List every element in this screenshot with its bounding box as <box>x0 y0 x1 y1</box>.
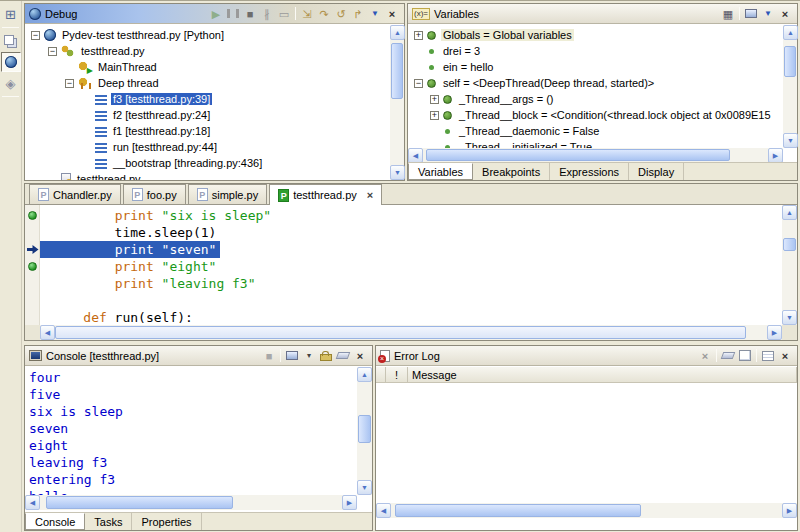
terminate-icon[interactable]: ■ <box>263 349 275 363</box>
scroll-down-button[interactable]: ▼ <box>390 165 405 180</box>
remove-terminated-icon[interactable]: ▭ <box>278 7 290 21</box>
scroll-right-button[interactable]: ▶ <box>342 495 357 510</box>
scrollbar-thumb[interactable] <box>46 496 233 509</box>
step-over-icon[interactable]: ↷ <box>318 7 330 21</box>
breakpoint-icon[interactable] <box>28 262 37 271</box>
clear-console-icon[interactable] <box>336 352 351 359</box>
scroll-left-button[interactable]: ◀ <box>408 148 423 163</box>
editor-horizontal-scrollbar[interactable]: ◀ ▶ <box>40 325 782 340</box>
tree-expander-icon[interactable]: + <box>414 31 423 40</box>
close-icon[interactable]: × <box>779 7 791 21</box>
error-log-table-body[interactable] <box>376 383 797 503</box>
scrollbar-thumb[interactable] <box>358 415 371 442</box>
code-line[interactable]: time.sleep(1) <box>25 224 782 241</box>
code-text[interactable]: print "eight" <box>40 258 216 275</box>
tree-expander-icon[interactable]: − <box>48 47 57 56</box>
scroll-left-button[interactable]: ◀ <box>25 495 40 510</box>
error-log-horizontal-scrollbar[interactable]: ◀ ▶ <box>376 503 797 518</box>
variable-tree-item[interactable]: ein = hello <box>408 59 783 75</box>
code-text[interactable]: print "seven" <box>40 241 220 258</box>
console-vertical-scrollbar[interactable]: ▲ ▼ <box>357 367 372 495</box>
scrollbar-track[interactable] <box>782 220 797 310</box>
scrollbar-thumb[interactable] <box>395 504 641 517</box>
variable-tree-item[interactable]: drei = 3 <box>408 43 783 59</box>
tree-expander-icon[interactable]: − <box>65 79 74 88</box>
column-header-message[interactable]: Message <box>408 367 797 382</box>
tab-console[interactable]: Console <box>25 513 85 530</box>
scrollbar-thumb[interactable] <box>55 326 746 339</box>
scroll-left-button[interactable]: ◀ <box>40 325 55 340</box>
close-icon[interactable]: × <box>354 349 366 363</box>
editor-tab-foo-py[interactable]: Pfoo.py <box>123 184 186 204</box>
scroll-left-button[interactable]: ◀ <box>376 503 391 518</box>
tab-tasks[interactable]: Tasks <box>85 513 132 530</box>
scroll-down-button[interactable]: ▼ <box>357 480 372 495</box>
open-perspective-icon[interactable]: ⊞ <box>1 4 21 24</box>
debug-vertical-scrollbar[interactable]: ▲ ▼ <box>390 25 404 180</box>
scrollbar-track[interactable] <box>423 148 768 162</box>
variables-horizontal-scrollbar[interactable]: ◀ ▶ <box>408 148 783 162</box>
tab-variables[interactable]: Variables <box>408 163 473 180</box>
step-into-icon[interactable]: ⇲ <box>301 7 313 21</box>
code-text[interactable]: print "leaving f3" <box>40 275 256 292</box>
show-type-names-icon[interactable]: ▦ <box>722 7 734 21</box>
view-menu-icon[interactable]: ▼ <box>369 7 381 21</box>
plugin-perspective-icon[interactable]: ◈ <box>1 73 21 93</box>
scrollbar-track[interactable] <box>783 40 797 133</box>
delete-log-icon[interactable]: × <box>699 349 711 363</box>
debug-tree-item[interactable]: f2 [testthread.py:24] <box>25 107 390 123</box>
scroll-right-button[interactable]: ▶ <box>767 325 782 340</box>
variable-tree-item[interactable]: _Thread__daemonic = False <box>408 123 783 139</box>
scrollbar-track[interactable] <box>55 325 767 340</box>
resource-perspective-icon[interactable] <box>1 31 21 51</box>
close-icon[interactable]: × <box>367 189 373 201</box>
tree-expander-icon[interactable]: + <box>430 111 439 120</box>
debug-tree-item[interactable]: −Pydev-test testthread.py [Python] <box>25 27 390 43</box>
tree-expander-icon[interactable]: − <box>414 79 423 88</box>
disconnect-icon[interactable]: ∦ <box>261 7 273 21</box>
scroll-down-button[interactable]: ▼ <box>783 133 798 148</box>
debug-tree-item[interactable]: f3 [testthread.py:39] <box>25 91 390 107</box>
debug-tree-item[interactable]: testthread.py <box>25 171 390 180</box>
editor-text-area[interactable]: print "six is sleep" time.sleep(1) print… <box>25 205 782 325</box>
editor-tab-testthread-py[interactable]: Ptestthread.py× <box>269 184 382 205</box>
code-line[interactable]: print "eight" <box>25 258 782 275</box>
scroll-lock-icon[interactable] <box>320 354 332 361</box>
code-line[interactable]: def run(self): <box>25 309 782 325</box>
code-line[interactable]: print "six is sleep" <box>25 207 782 224</box>
gutter-cell[interactable] <box>25 211 40 220</box>
debug-tree-item[interactable]: MainThread <box>25 59 390 75</box>
breakpoint-icon[interactable] <box>28 211 37 220</box>
debug-tree-item[interactable]: run [testthread.py:44] <box>25 139 390 155</box>
console-menu-icon[interactable]: ▾ <box>303 349 315 363</box>
scroll-up-button[interactable]: ▲ <box>357 367 372 382</box>
close-icon[interactable]: × <box>779 349 791 363</box>
column-header-severity[interactable]: ! <box>386 367 408 382</box>
debug-tree-item[interactable]: −Deep thread <box>25 75 390 91</box>
open-log-icon[interactable] <box>762 351 774 361</box>
scrollbar-thumb[interactable] <box>391 43 403 99</box>
scrollbar-track[interactable] <box>357 382 372 480</box>
suspend-icon[interactable] <box>227 9 239 18</box>
debug-tree-item[interactable]: −testthread.py <box>25 43 390 59</box>
tab-breakpoints[interactable]: Breakpoints <box>473 163 550 180</box>
variable-tree-item[interactable]: +_Thread__block = <Condition(<thread.loc… <box>408 107 783 123</box>
close-icon[interactable]: × <box>386 7 398 21</box>
code-text[interactable]: time.sleep(1) <box>40 224 216 241</box>
code-text[interactable]: def run(self): <box>40 309 193 325</box>
variable-tree-item[interactable]: −self = <DeepThread(Deep thread, started… <box>408 75 783 91</box>
scrollbar-thumb[interactable] <box>426 149 730 161</box>
scrollbar-track[interactable] <box>40 495 342 510</box>
debug-tree-item[interactable]: __bootstrap [threading.py:436] <box>25 155 390 171</box>
tree-expander-icon[interactable]: − <box>31 31 40 40</box>
console-output[interactable]: fourfivesix is sleepseveneightleaving f3… <box>25 367 357 495</box>
tab-expressions[interactable]: Expressions <box>550 163 629 180</box>
scrollbar-thumb[interactable] <box>783 238 796 251</box>
editor-tab-Chandler-py[interactable]: PChandler.py <box>29 184 121 204</box>
clear-log-icon[interactable] <box>721 352 736 359</box>
scroll-down-button[interactable]: ▼ <box>782 310 797 325</box>
scroll-up-button[interactable]: ▲ <box>390 25 405 40</box>
tab-display[interactable]: Display <box>629 163 684 180</box>
resume-icon[interactable]: ▶ <box>210 7 222 21</box>
step-return-icon[interactable]: ↺ <box>335 7 347 21</box>
